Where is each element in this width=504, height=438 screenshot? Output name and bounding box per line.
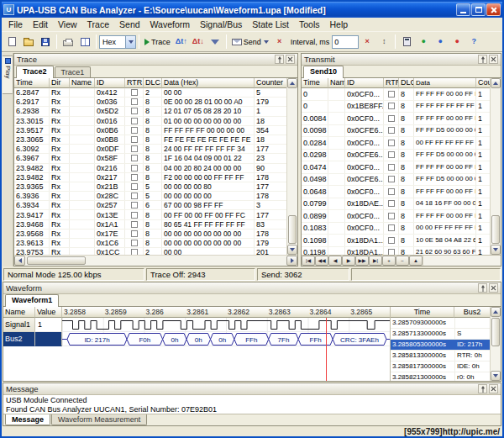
message-close-button[interactable] <box>489 384 498 393</box>
transmit-row[interactable]: 0.10830x0CF0...800 00 FF FF FF FF FF FF1 <box>302 223 490 235</box>
trace-tab-trace1[interactable]: Trace1 <box>55 66 92 77</box>
scroll-track[interactable] <box>25 256 286 266</box>
calculator-button[interactable] <box>398 34 415 50</box>
menu-view[interactable]: View <box>53 18 82 30</box>
menu-trace[interactable]: Trace <box>82 18 114 30</box>
transmit-tab-send10[interactable]: Send10 <box>303 66 344 78</box>
rtr-checkbox[interactable] <box>131 89 138 96</box>
column-header-dlc[interactable]: DLC <box>144 78 162 88</box>
rtr-checkbox[interactable] <box>388 164 395 171</box>
rtr-checkbox[interactable] <box>131 221 138 228</box>
waveform-list-row[interactable]: 3.285821300000sr0: 0h <box>391 372 490 381</box>
transmit-row[interactable]: 0.02980x0CFE6...8FF FF D5 00 00 00 00 00… <box>302 150 490 162</box>
nav-next-page-button[interactable]: ▶▶ <box>355 256 369 266</box>
column-header-counter[interactable]: Counter <box>476 78 490 88</box>
transmit-vertical-scrollbar[interactable] <box>490 78 501 255</box>
column-header-rtr[interactable]: RTR <box>384 78 399 88</box>
bus2-row[interactable]: Bus2 ID: 217hF0h0h0h0hFFh7FhFFhCRC: 3FAE… <box>3 332 390 346</box>
record-button[interactable]: ● <box>449 34 465 50</box>
transmit-row[interactable]: 0.11980x18DA1...821 62 60 90 63 60 FF FF… <box>302 247 490 256</box>
trace-row[interactable]: 6.3092Rx0x0DF824 00 FF FF FF FF FF 34177 <box>14 145 286 154</box>
menu-file[interactable]: File <box>3 18 28 30</box>
menu-send[interactable]: Send <box>114 18 145 30</box>
transmit-row[interactable]: 0.08990x0CF0...8FF FF FF 00 00 FF FF FF1 <box>302 210 490 223</box>
rtr-checkbox[interactable] <box>388 176 395 182</box>
delta-t-down-button[interactable]: Δt↓ <box>190 34 207 50</box>
rtr-checkbox[interactable] <box>388 115 395 122</box>
waveform-cursor-line[interactable] <box>326 318 327 381</box>
send-stop-button[interactable]: × <box>271 34 288 50</box>
trace-row[interactable]: 23.3015Rx0x016801 00 00 00 00 00 00 0018 <box>14 117 286 126</box>
scroll-up-button[interactable] <box>287 78 297 88</box>
nav-prev-button[interactable]: ◀ <box>328 256 342 266</box>
transmit-row[interactable]: 0.02840x0CF0...800 FF FF FF FF FF FF FF1 <box>302 137 490 150</box>
nav-last-button[interactable]: ▶| <box>369 256 382 266</box>
rtr-checkbox[interactable] <box>131 127 138 134</box>
filter-button[interactable] <box>207 34 223 50</box>
column-header-rtr[interactable]: RTR <box>125 78 144 88</box>
rtr-checkbox[interactable] <box>388 103 395 109</box>
trace-row[interactable]: 23.9753Rx0x1CC200 00201 <box>14 248 286 255</box>
rtr-checkbox[interactable] <box>131 193 138 199</box>
close-button[interactable] <box>486 3 501 16</box>
data-grid-button[interactable] <box>76 34 93 50</box>
waveform-vertical-scrollbar[interactable] <box>490 307 501 381</box>
waveform-list-row[interactable]: 3.285709300000s <box>391 318 490 329</box>
trace-row[interactable]: 23.9482Rx0x2178F2 00 00 00 00 FF FF FF17… <box>14 173 286 182</box>
transmit-row[interactable]: 0.00840x0CF0...8FF FF FF 00 00 FF FF FF1 <box>302 113 490 125</box>
rtr-checkbox[interactable] <box>131 212 138 219</box>
scroll-down-button[interactable] <box>491 371 501 381</box>
send-button[interactable]: Send <box>229 34 271 50</box>
transmit-row[interactable]: 00x1BE8FF...8FF FF FF FF FF FF FF FF1 <box>302 101 490 113</box>
waveform-plot-area[interactable]: Name Value 3.28583.28593.2863.28613.2862… <box>3 307 391 381</box>
transmit-row[interactable]: 00x0CF0...8FF FF FF 00 00 FF FF FF1 <box>302 88 490 101</box>
rtr-checkbox[interactable] <box>131 136 138 143</box>
minimize-button[interactable] <box>456 3 470 16</box>
rtr-checkbox[interactable] <box>131 174 138 181</box>
column-header-data-hex[interactable]: Data (Hex) <box>162 78 255 88</box>
trace-row[interactable]: 23.9417Rx0x13E800 FF 00 00 FF 00 FF FC17… <box>14 210 286 219</box>
waveform-list-row[interactable]: 3.285817300000sIDE: 0h <box>391 361 490 372</box>
rtr-checkbox[interactable] <box>131 155 138 161</box>
nav-add-button[interactable]: + <box>382 256 396 266</box>
menu-tools[interactable]: Tools <box>294 18 325 30</box>
scroll-down-button[interactable] <box>287 245 297 255</box>
trace-horizontal-scrollbar[interactable] <box>14 255 297 266</box>
column-header-dir[interactable]: Dir <box>50 78 70 88</box>
column-header-time[interactable]: Time <box>14 78 50 88</box>
trace-vertical-scrollbar[interactable] <box>286 78 297 255</box>
rtr-checkbox[interactable] <box>131 98 138 105</box>
trace-row[interactable]: 6.3967Rx0x58F81F 16 04 04 09 00 01 2223 <box>14 154 286 163</box>
rtr-checkbox[interactable] <box>131 202 138 208</box>
trace-row[interactable]: 6.2847Rx0x412200 005 <box>14 88 286 98</box>
column-header-dlc[interactable]: DLC <box>399 78 414 88</box>
rtr-checkbox[interactable] <box>131 240 138 246</box>
waveform-list-row[interactable]: 3.285713300000sS <box>391 329 490 340</box>
scroll-right-button[interactable] <box>286 256 297 266</box>
rtr-checkbox[interactable] <box>131 118 138 124</box>
combo-dropdown[interactable] <box>125 36 135 48</box>
interval-spin-button[interactable]: ↕ <box>375 34 392 50</box>
trace-row[interactable]: 23.3065Rx0x0B88FE FE FE FE FE FE FE FE18 <box>14 135 286 145</box>
interval-clear-button[interactable]: × <box>359 34 375 50</box>
trace-row[interactable]: 6.2917Rx0x03680E 00 00 28 01 00 00 A0179 <box>14 98 286 107</box>
trace-row[interactable]: 23.9468Rx0x1A1880 65 41 FF FF FF FF FF83 <box>14 220 286 230</box>
rtr-checkbox[interactable] <box>131 230 138 237</box>
scroll-thumb[interactable] <box>27 256 86 265</box>
nav-delete-button[interactable]: − <box>396 256 409 266</box>
rtr-checkbox[interactable] <box>131 249 138 255</box>
column-header-time[interactable]: Time <box>302 78 328 88</box>
scroll-up-button[interactable] <box>491 78 501 88</box>
maximize-button[interactable] <box>471 3 486 16</box>
trace-row[interactable]: 23.9482Rx0x216804 00 20 80 24 00 00 0090 <box>14 164 286 173</box>
trace-row[interactable]: 6.3936Rx0x28C500 00 00 00 00178 <box>14 192 286 201</box>
trace-row[interactable]: 23.9613Rx0x1C6800 00 00 00 00 00 00 0017… <box>14 239 286 248</box>
new-file-button[interactable] <box>3 34 20 50</box>
rtr-checkbox[interactable] <box>131 108 138 114</box>
message-tab-waveform-measurement[interactable]: Waveform Measurement <box>51 414 147 425</box>
scroll-left-button[interactable] <box>14 256 25 266</box>
trace-tab-trace2[interactable]: Trace2 <box>16 66 54 78</box>
connect-button[interactable]: ● <box>415 34 432 50</box>
transmit-row[interactable]: 0.06480x0CF0...8FF FF FF 00 00 FF FF FF1 <box>302 186 490 198</box>
rtr-checkbox[interactable] <box>388 188 395 195</box>
